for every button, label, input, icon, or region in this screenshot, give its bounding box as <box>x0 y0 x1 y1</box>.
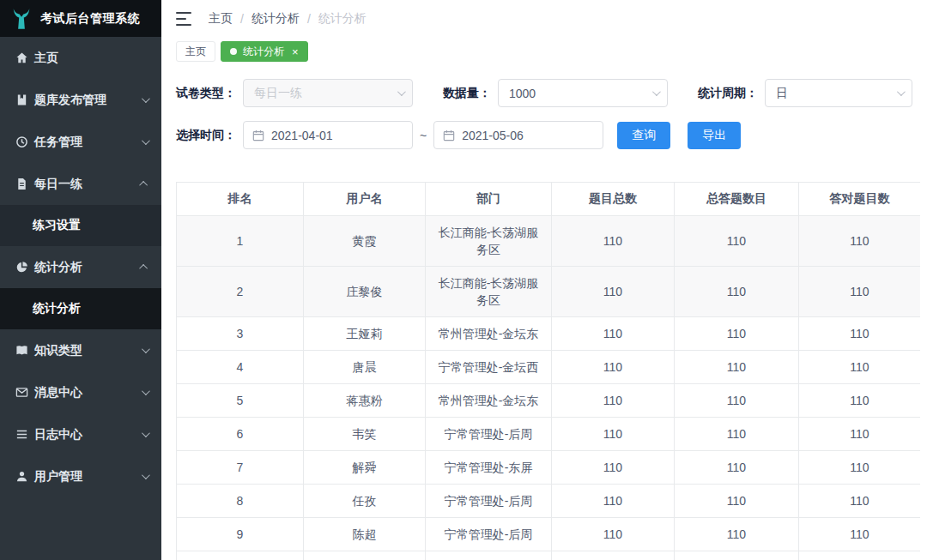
table-row: 6韦笑宁常管理处-后周110110110 <box>177 418 921 451</box>
collapse-menu-icon[interactable] <box>176 12 193 26</box>
chevron-down-icon <box>142 94 150 103</box>
cell-username: 王娅莉 <box>304 317 426 351</box>
filter-panel: 试卷类型： 每日一练 数据量： 1000 统计周期： 日 选择时间： <box>161 66 927 163</box>
table-row: 3王娅莉常州管理处-金坛东110110110 <box>177 317 921 351</box>
clock-icon <box>15 135 28 148</box>
table-header-row: 排名 用户名 部门 题目总数 总答题数目 答对题目数 <box>177 183 921 216</box>
calendar-icon <box>252 129 264 142</box>
cell-correct-answers: 110 <box>799 351 921 384</box>
cell-rank: 7 <box>177 451 304 485</box>
sidebar-item-log-center[interactable]: 日志中心 <box>0 413 161 455</box>
cell-department: 宁常管理处-茅山 <box>426 551 552 560</box>
sidebar-subitem-statistics[interactable]: 统计分析 <box>0 288 161 329</box>
export-button[interactable]: 导出 <box>688 122 741 149</box>
cell-total-answered: 110 <box>675 485 799 518</box>
open-book-icon <box>15 344 28 357</box>
col-header-rank: 排名 <box>177 183 304 216</box>
cell-department: 常州管理处-金坛东 <box>426 317 552 351</box>
tab-statistics[interactable]: 统计分析 × <box>221 41 308 62</box>
sidebar-item-question-bank[interactable]: 题库发布管理 <box>0 79 161 121</box>
sidebar-item-user-management[interactable]: 用户管理 <box>0 455 161 497</box>
period-select[interactable]: 日 <box>765 79 912 107</box>
cell-total-answered: 110 <box>675 418 799 451</box>
sidebar-item-knowledge-type[interactable]: 知识类型 <box>0 329 161 371</box>
pie-chart-icon <box>15 261 28 274</box>
document-icon <box>15 178 28 190</box>
period-label: 统计周期： <box>698 86 758 101</box>
sidebar-item-label: 日志中心 <box>34 427 142 443</box>
table-row: 10王根宁常管理处-茅山110110110 <box>177 551 921 560</box>
breadcrumb-separator: / <box>240 12 244 26</box>
col-header-department: 部门 <box>426 183 552 216</box>
period-value: 日 <box>776 86 788 101</box>
sidebar-item-daily-practice[interactable]: 每日一练 <box>0 163 161 205</box>
cell-correct-answers: 110 <box>799 267 921 317</box>
exam-type-label: 试卷类型： <box>176 86 236 101</box>
cell-rank: 9 <box>177 518 304 551</box>
sidebar-item-message-center[interactable]: 消息中心 <box>0 371 161 413</box>
query-button[interactable]: 查询 <box>617 122 670 149</box>
envelope-icon <box>15 386 28 399</box>
cell-correct-answers: 110 <box>799 317 921 351</box>
data-volume-value: 1000 <box>509 87 536 100</box>
cell-username: 蒋惠粉 <box>304 384 426 418</box>
sidebar-subitem-practice-settings[interactable]: 练习设置 <box>0 205 161 246</box>
topbar: 主页 / 统计分析 / 统计分析 <box>161 0 927 37</box>
sidebar-item-label: 主页 <box>34 51 148 66</box>
cell-correct-answers: 110 <box>799 216 921 267</box>
app-title: 考试后台管理系统 <box>40 11 140 27</box>
start-date-field[interactable] <box>243 121 413 149</box>
sidebar-item-statistics[interactable]: 统计分析 <box>0 246 161 288</box>
cell-correct-answers: 110 <box>799 384 921 418</box>
book-icon <box>15 93 28 106</box>
cell-username: 唐晨 <box>304 351 426 384</box>
cell-username: 黄霞 <box>304 216 426 267</box>
end-date-input[interactable] <box>462 129 594 142</box>
filter-row-2: 选择时间： ~ 查询 导出 <box>176 121 927 149</box>
main-content: 主页 / 统计分析 / 统计分析 主页 统计分析 × 试卷类型： 每日一练 <box>161 0 927 560</box>
chevron-down-icon <box>142 429 150 437</box>
sidebar-item-label: 每日一练 <box>34 177 142 192</box>
col-header-total-questions: 题目总数 <box>552 183 675 216</box>
cell-total-answered: 110 <box>675 518 799 551</box>
cell-rank: 8 <box>177 485 304 518</box>
table-row: 7解舜宁常管理处-东屏110110110 <box>177 451 921 485</box>
cell-total-questions: 110 <box>552 418 675 451</box>
breadcrumb-home[interactable]: 主页 <box>209 11 233 27</box>
statistics-table-container: 排名 用户名 部门 题目总数 总答题数目 答对题目数 1黄霞长江商能-长荡湖服务… <box>176 182 920 560</box>
tab-home[interactable]: 主页 <box>176 41 215 62</box>
time-range-label: 选择时间： <box>176 128 236 143</box>
sidebar-item-home[interactable]: 主页 <box>0 37 161 79</box>
end-date-field[interactable] <box>433 121 603 149</box>
chevron-down-icon <box>142 387 150 395</box>
sidebar: 考试后台管理系统 主页 题库发布管理 任务管理 每日一练 练习设置 统计分析 <box>0 0 161 560</box>
col-header-total-answered: 总答题数目 <box>675 183 799 216</box>
cell-department: 宁常管理处-后周 <box>426 485 552 518</box>
cell-department: 宁常管理处-后周 <box>426 418 552 451</box>
close-icon[interactable]: × <box>292 46 299 57</box>
tab-label: 主页 <box>185 45 206 59</box>
cell-department: 常州管理处-金坛东 <box>426 384 552 418</box>
breadcrumb-separator: / <box>307 12 311 26</box>
data-volume-select[interactable]: 1000 <box>498 79 668 107</box>
chevron-down-icon <box>652 87 661 96</box>
breadcrumb-statistics[interactable]: 统计分析 <box>251 11 300 27</box>
chevron-down-icon <box>897 87 906 96</box>
cell-total-questions: 110 <box>552 216 675 267</box>
cell-department: 宁常管理处-金坛西 <box>426 351 552 384</box>
exam-type-value: 每日一练 <box>254 86 302 101</box>
cell-total-questions: 110 <box>552 451 675 485</box>
cell-total-questions: 110 <box>552 518 675 551</box>
chevron-down-icon <box>397 87 406 96</box>
sidebar-item-label: 知识类型 <box>34 343 142 358</box>
list-icon <box>15 428 28 441</box>
start-date-input[interactable] <box>271 129 403 142</box>
table-row: 9陈超宁常管理处-后周110110110 <box>177 518 921 551</box>
cell-department: 长江商能-长荡湖服务区 <box>426 216 552 267</box>
col-header-correct-answers: 答对题目数 <box>799 183 921 216</box>
open-tabs-bar: 主页 统计分析 × <box>161 37 927 66</box>
exam-type-select: 每日一练 <box>243 79 413 107</box>
cell-username: 陈超 <box>304 518 426 551</box>
sidebar-item-task-management[interactable]: 任务管理 <box>0 121 161 163</box>
cell-rank: 5 <box>177 384 304 418</box>
